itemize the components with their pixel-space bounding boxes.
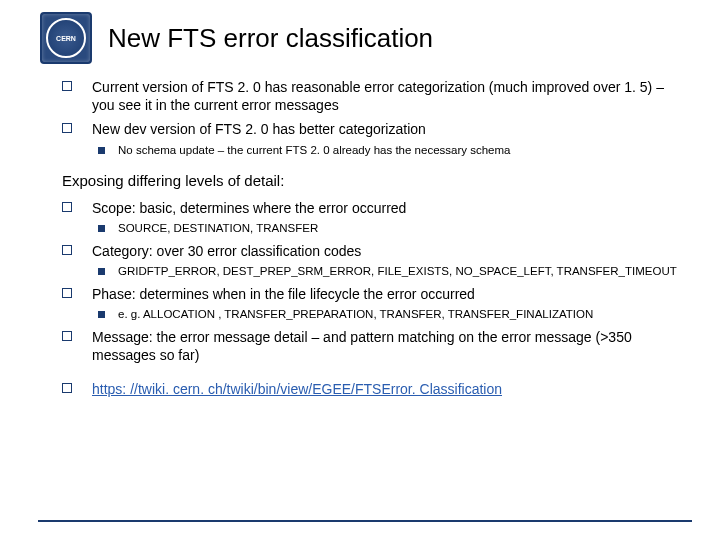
scope-sub: SOURCE, DESTINATION, TRANSFER [92,221,680,236]
top-list: Current version of FTS 2. 0 has reasonab… [62,78,680,158]
category-sub: GRIDFTP_ERROR, DEST_PREP_SRM_ERROR, FILE… [92,264,680,279]
bottom-divider [38,520,692,522]
slide: CERN New FTS error classification Curren… [0,0,720,540]
phase-label: Phase: [92,286,136,302]
scope-text: basic, determines where the error occurr… [136,200,407,216]
bullet-new-dev-text: New dev version of FTS 2. 0 has better c… [92,121,426,137]
slide-header: CERN New FTS error classification [0,0,720,72]
bullet-new-dev: New dev version of FTS 2. 0 has better c… [62,120,680,157]
sub-no-schema: No schema update – the current FTS 2. 0 … [92,143,680,158]
phase-sub: e. g. ALLOCATION , TRANSFER_PREPARATION,… [92,307,680,322]
phase-sublist: e. g. ALLOCATION , TRANSFER_PREPARATION,… [92,307,680,322]
link-list: https: //twiki. cern. ch/twiki/bin/view/… [62,380,680,398]
message-text: the error message detail – and pattern m… [92,329,632,363]
slide-content: Current version of FTS 2. 0 has reasonab… [0,72,720,398]
category-sublist: GRIDFTP_ERROR, DEST_PREP_SRM_ERROR, FILE… [92,264,680,279]
category-label: Category: [92,243,153,259]
twiki-link[interactable]: https: //twiki. cern. ch/twiki/bin/view/… [92,381,502,397]
cern-logo-inner: CERN [46,18,86,58]
message-label: Message: [92,329,153,345]
phase-text: determines when in the file lifecycle th… [136,286,475,302]
page-title: New FTS error classification [108,23,433,54]
bullet-link: https: //twiki. cern. ch/twiki/bin/view/… [62,380,680,398]
sublist-schema: No schema update – the current FTS 2. 0 … [92,143,680,158]
cern-logo: CERN [40,12,92,64]
bullet-category: Category: over 30 error classification c… [62,242,680,279]
bullet-scope: Scope: basic, determines where the error… [62,199,680,236]
scope-label: Scope: [92,200,136,216]
subhead-exposing: Exposing differing levels of detail: [62,172,680,189]
scope-sublist: SOURCE, DESTINATION, TRANSFER [92,221,680,236]
category-text: over 30 error classification codes [153,243,362,259]
bullet-phase: Phase: determines when in the file lifec… [62,285,680,322]
bullet-message: Message: the error message detail – and … [62,328,680,364]
logo-text: CERN [56,35,76,42]
detail-list: Scope: basic, determines where the error… [62,199,680,365]
bullet-current-version: Current version of FTS 2. 0 has reasonab… [62,78,680,114]
